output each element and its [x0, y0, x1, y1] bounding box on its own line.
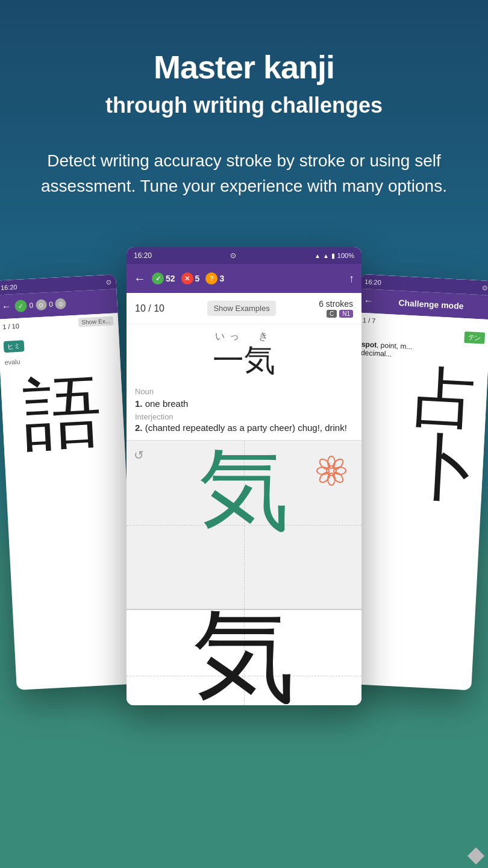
- kanji-reading: いっ き: [135, 330, 353, 343]
- phones-container: 16:20 ⊙ ← ✓ 0 ⊙ 0 ⊙ 1 / 10 Show Ex... ヒミ…: [0, 241, 488, 711]
- right-status-icon: ⊙: [482, 284, 488, 292]
- right-definition: spot, point, m...decimal...: [361, 340, 484, 363]
- signal-icon: ▲: [323, 253, 329, 259]
- right-kanji-char-2: 卜: [348, 426, 484, 505]
- definition-1: 1. one breath: [135, 398, 353, 409]
- battery-icon: ▮: [331, 252, 335, 260]
- definition-2: 2. (chanted repeatedly as a party cheer)…: [135, 423, 353, 433]
- left-score-02: 0: [49, 300, 53, 309]
- refresh-icon[interactable]: ↺: [134, 448, 144, 462]
- badge-c: C: [327, 310, 337, 318]
- def-2-text: (chanted repeatedly as a party cheer) ch…: [145, 423, 347, 433]
- center-progress: 10 / 10: [135, 303, 164, 314]
- svg-point-5: [318, 458, 332, 471]
- svg-point-6: [331, 458, 345, 471]
- left-content: ヒミ evalu: [0, 328, 120, 371]
- left-score-0: 0: [29, 301, 33, 309]
- pos-interjection: Interjection: [135, 412, 353, 421]
- left-status-time: 16:20: [1, 283, 17, 291]
- kanji-main-char: 一気: [135, 343, 353, 377]
- right-status-time: 16:20: [364, 278, 381, 286]
- kanji-stroke-display: 気: [199, 444, 289, 534]
- def-2-num: 2.: [135, 423, 143, 433]
- left-kanji-area: 語: [0, 365, 125, 461]
- center-status-time: 16:20: [134, 251, 152, 260]
- battery-percent: 100%: [337, 252, 354, 259]
- hero-title: Master kanji: [36, 48, 452, 86]
- right-back-arrow[interactable]: ←: [363, 295, 374, 307]
- center-card-header: 10 / 10 Show Examples 6 strokes C N1: [127, 293, 361, 324]
- score-correct-group: ✓ 52: [152, 272, 175, 285]
- svg-point-0: [327, 466, 336, 476]
- svg-point-7: [331, 471, 345, 485]
- left-show-examples-button[interactable]: Show Ex...: [78, 316, 114, 327]
- score-pending-group: ? 3: [205, 272, 224, 285]
- hero-subtitle: through writing challenges: [36, 93, 452, 118]
- kanji-reading-area: いっ き 一気: [127, 324, 361, 381]
- left-kanji-char: 語: [0, 365, 125, 461]
- pending-badge-icon: ?: [205, 272, 217, 285]
- flower-decoration: [313, 453, 349, 489]
- definition-area: Noun 1. one breath Interjection 2. (chan…: [127, 381, 361, 440]
- center-app-bar: ← ✓ 52 ✕ 5 ? 3 ↑: [127, 264, 361, 293]
- pos-noun: Noun: [135, 387, 353, 396]
- right-word-badge: テン: [464, 332, 485, 344]
- center-back-arrow[interactable]: ←: [134, 272, 146, 286]
- left-badge3: ⊙: [55, 298, 66, 310]
- left-progress: 1 / 10: [2, 322, 19, 330]
- left-score-row: ✓ 0 ⊙ 0 ⊙: [14, 298, 66, 312]
- def-1-text: one breath: [145, 398, 189, 409]
- svg-point-8: [318, 471, 332, 485]
- wrong-badge-icon: ✕: [181, 272, 193, 285]
- wifi-icon: ▲: [314, 253, 321, 259]
- wrong-count: 5: [195, 274, 200, 283]
- badge-row: C N1: [319, 310, 353, 318]
- hero-description: Detect writing accuracy stroke by stroke…: [39, 148, 449, 199]
- center-status-icon: ⊙: [230, 251, 236, 260]
- kanji-stroke-lower: 気: [193, 604, 295, 705]
- left-eval-text: evalu: [4, 358, 20, 366]
- filter-icon[interactable]: ↑: [349, 272, 354, 285]
- left-hiragana-badge: ヒミ: [4, 340, 25, 353]
- show-examples-button[interactable]: Show Examples: [207, 301, 275, 316]
- hero-section: Master kanji through writing challenges …: [0, 0, 488, 223]
- right-kanji-area: 占: [352, 360, 488, 433]
- left-badge2: ⊙: [36, 299, 47, 310]
- center-status-bar: 16:20 ⊙ ▲ ▲ ▮ 100%: [127, 247, 361, 264]
- drawing-area-top: ↺ 気: [127, 440, 361, 609]
- correct-badge-icon: ✓: [152, 272, 164, 285]
- badge-n1: N1: [339, 310, 353, 318]
- pending-count: 3: [219, 274, 224, 283]
- center-status-right: ▲ ▲ ▮ 100%: [314, 252, 354, 260]
- left-status-icon: ⊙: [105, 278, 111, 286]
- center-phone: 16:20 ⊙ ▲ ▲ ▮ 100% ← ✓ 52 ✕ 5 ? 3: [127, 247, 361, 705]
- left-phone: 16:20 ⊙ ← ✓ 0 ⊙ 0 ⊙ 1 / 10 Show Ex... ヒミ…: [0, 274, 137, 690]
- left-back-arrow[interactable]: ←: [1, 301, 11, 312]
- right-kanji-area-2: 卜: [348, 426, 484, 505]
- strokes-label: 6 strokes: [319, 299, 353, 309]
- correct-count: 52: [166, 274, 175, 283]
- strokes-info-group: 6 strokes C N1: [319, 299, 353, 318]
- drawing-area-bottom: 気 ⓘ ★: [127, 609, 361, 705]
- right-kanji-char: 占: [352, 360, 488, 433]
- def-1-num: 1.: [135, 398, 143, 409]
- diamond-decoration: [468, 848, 484, 864]
- right-content: 1 / 7 テン spot, point, m...decimal...: [355, 313, 488, 367]
- right-appbar-title: Challenge mode: [375, 297, 487, 312]
- left-correct-badge: ✓: [14, 300, 27, 312]
- score-wrong-group: ✕ 5: [181, 272, 200, 285]
